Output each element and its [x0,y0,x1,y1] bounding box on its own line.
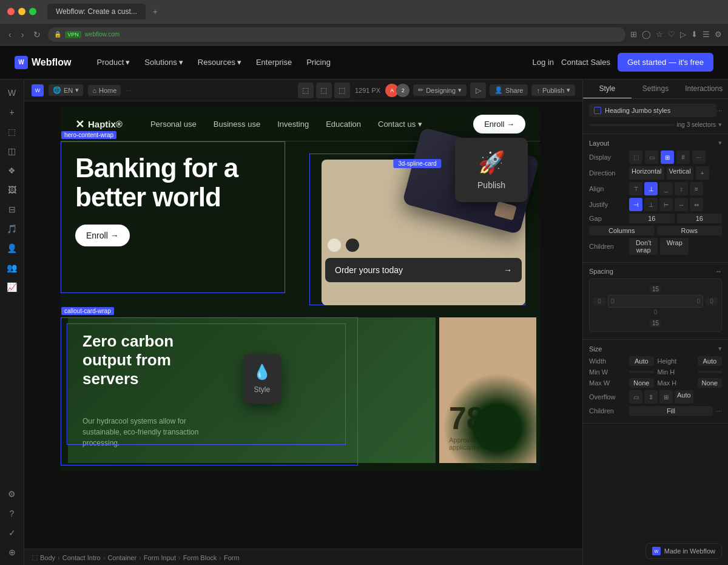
play-icon[interactable]: ▷ [680,30,686,39]
wf-nav-pricing[interactable]: Pricing [300,54,337,70]
display-block[interactable]: ▭ [645,151,658,164]
forward-button[interactable]: › [19,29,27,41]
breadcrumb-container[interactable]: Container [107,554,136,561]
display-flex[interactable]: ⊞ [661,151,674,164]
children-wrap[interactable]: Wrap [660,238,689,255]
minw-value[interactable] [629,371,654,373]
display-grid[interactable]: # [676,151,690,164]
align-baseline[interactable]: ≡ [690,182,703,195]
extensions-icon[interactable]: ⊞ [630,30,637,39]
order-button[interactable]: Order yours today → [325,258,522,282]
overflow-hidden[interactable]: ▭ [629,390,642,404]
align-top[interactable]: ⊤ [629,182,642,195]
sidebar-icon-settings[interactable]: ⚙ [4,485,21,502]
sidebar-icon-logic[interactable]: 👥 [4,259,21,276]
gap-val2[interactable]: 16 [677,214,723,223]
justify-end[interactable]: ⊢ [659,198,673,211]
spacing-bottom[interactable]: 15 [593,317,718,328]
breadcrumb-contact-intro[interactable]: Contact Intro [62,554,101,561]
direction-h[interactable]: Horizontal [629,166,664,180]
preview-button[interactable]: ▷ [470,83,486,98]
sidebar-icon-check[interactable]: ✓ [4,524,21,541]
spacing-inner-b1[interactable]: 0 [654,309,658,316]
spacing-top[interactable]: 15 [593,283,718,294]
spacing-inner-0b[interactable]: 0 [696,298,700,305]
overflow-visible[interactable]: ⊞ [659,390,673,404]
selector-input[interactable] [589,124,675,126]
home-button[interactable]: ⌂ Home [88,85,121,96]
site-nav-education[interactable]: Education [317,116,369,132]
sidebar-icon-add[interactable]: + [4,104,21,121]
direction-wrap[interactable]: + [696,166,709,180]
publish-button[interactable]: ↑ Publish ▾ [531,84,575,96]
locale-selector[interactable]: 🌐 EN ▾ [49,84,83,96]
sidebar-icon-ecomm[interactable]: 🎵 [4,220,21,237]
rows-label[interactable]: Rows [657,226,723,235]
panel-tab-style[interactable]: Style [583,80,632,98]
menu-icon[interactable]: ☰ [703,30,710,39]
spacing-more[interactable]: ↔ [715,268,722,275]
justify-between[interactable]: ↔ [675,198,688,211]
site-nav-investing[interactable]: Investing [269,116,317,132]
wf-nav-solutions[interactable]: Solutions ▾ [138,54,189,70]
address-bar[interactable]: 🔒 VPN webflow.com [48,27,625,42]
designing-mode-button[interactable]: ✏ Designing ▾ [413,84,467,96]
sidebar-icon-layers[interactable]: ◫ [4,143,21,160]
wf-logo[interactable]: W Webflow [15,56,71,69]
share-button[interactable]: 👤 Share [490,84,528,96]
hero-enroll-button[interactable]: Enroll → [75,225,130,246]
columns-label[interactable]: Columns [589,226,655,235]
site-enroll-button[interactable]: Enroll → [473,115,525,134]
wf-cta-button[interactable]: Get started — it's free [618,53,713,72]
children-fill-value[interactable]: Fill [629,406,713,416]
display-more[interactable]: ··· [692,151,706,164]
wf-login-link[interactable]: Log in [533,58,554,67]
sidebar-icon-users[interactable]: 👤 [4,240,21,257]
justify-around[interactable]: ⇔ [690,198,703,211]
overflow-auto[interactable]: Auto [675,390,693,404]
maximize-dot[interactable] [29,8,36,15]
wf-nav-product[interactable]: Product ▾ [90,54,136,70]
viewport-desktop[interactable]: ⬚ [298,83,314,98]
sidebar-icon-analytics[interactable]: 📈 [4,279,21,296]
viewport-mobile[interactable]: ⬚ [334,83,350,98]
wf-nav-resources[interactable]: Resources ▾ [192,54,248,70]
card-color-light[interactable] [328,239,341,252]
sidebar-icon-help[interactable]: ? [4,505,21,522]
children-fill-more[interactable]: ··· [716,407,722,414]
width-value[interactable]: Auto [629,356,654,366]
close-dot[interactable] [7,8,15,15]
back-button[interactable]: ‹ [6,29,14,41]
breadcrumb-form[interactable]: Form [224,554,240,561]
sidebar-icon-pages[interactable]: ⬚ [4,123,21,140]
download-icon[interactable]: ⬇ [691,30,698,39]
sidebar-icon-assets[interactable]: 🖼 [4,181,21,198]
breadcrumb-form-block[interactable]: Form Block [183,554,217,561]
card-color-dark[interactable] [346,239,359,252]
canvas[interactable]: ✕ Haptix® Personal use Business use Inve… [24,101,582,549]
more-options-btn[interactable]: ··· [716,107,722,114]
viewport-tablet[interactable]: ⬚ [316,83,332,98]
wf-nav-enterprise[interactable]: Enterprise [250,54,298,70]
align-stretch[interactable]: ↕ [675,182,688,195]
display-none[interactable]: ⬚ [629,151,642,164]
more-pages-btn[interactable]: ··· [126,87,131,94]
profile-icon[interactable]: ◯ [642,30,651,39]
size-more[interactable]: ▾ [718,345,722,353]
refresh-button[interactable]: ↻ [31,29,43,41]
wf-contact-link[interactable]: Contact Sales [561,58,610,67]
minh-value[interactable] [698,371,723,373]
minimize-dot[interactable] [18,8,25,15]
maxw-value[interactable]: None [629,378,654,388]
direction-v[interactable]: Vertical [667,166,693,180]
site-nav-contact[interactable]: Contact us [369,116,431,132]
sidebar-icon-zoom[interactable]: ⊕ [4,544,21,561]
maxh-value[interactable]: None [698,378,723,388]
overflow-scroll[interactable]: ⇕ [644,390,658,404]
site-nav-business[interactable]: Business use [205,116,269,132]
sidebar-icon-cms[interactable]: ⊟ [4,201,21,218]
breadcrumb-form-input[interactable]: Form Input [144,554,176,561]
spacing-inner-0[interactable]: 0 [611,298,615,305]
site-nav-personal[interactable]: Personal use [142,116,205,132]
star-icon[interactable]: ☆ [656,30,663,39]
